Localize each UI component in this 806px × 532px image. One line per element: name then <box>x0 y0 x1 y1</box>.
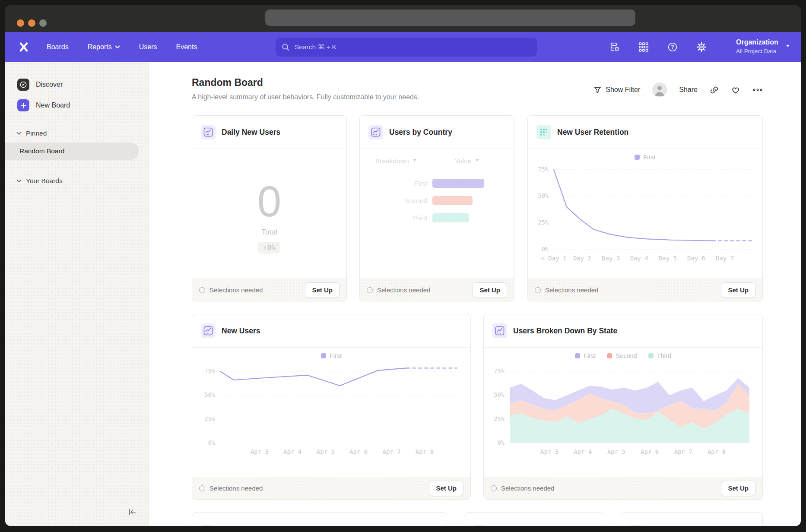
nav-item-reports[interactable]: Reports <box>88 43 120 51</box>
top-navbar: Boards Reports Users Events <box>5 32 801 62</box>
bar-segment[interactable] <box>432 196 473 205</box>
org-project: All Project Data <box>736 47 778 55</box>
card-users-by-state: Users Broken Down By State FirstSecondTh… <box>483 314 763 500</box>
x-axis-tick: Apr 6 <box>641 448 659 455</box>
card-title: Daily New Users <box>222 128 280 137</box>
setup-button[interactable]: Set Up <box>721 282 755 298</box>
favorite-button[interactable] <box>731 86 740 94</box>
setup-button[interactable]: Set Up <box>429 481 463 496</box>
country-bars: FirstSecondThird <box>360 179 514 231</box>
mixpanel-logo-icon[interactable] <box>18 41 29 53</box>
app-window: Boards Reports Users Events <box>5 5 801 526</box>
bar-label: Second <box>360 197 427 205</box>
search-icon <box>282 43 290 51</box>
chart-legend: First <box>192 352 470 359</box>
users-by-state-chart: FirstSecondThird 75%50%25%0%Apr 3Apr 4Ap… <box>484 347 762 477</box>
new-board-label: New Board <box>36 101 70 109</box>
more-options-button[interactable] <box>752 88 763 92</box>
value-dropdown[interactable]: Value <box>455 157 479 165</box>
country-bar-row: Second <box>360 196 514 205</box>
show-filter-label: Show Filter <box>606 86 640 94</box>
x-axis-tick: Apr 3 <box>540 448 558 455</box>
caret-down-icon <box>413 159 416 163</box>
x-axis-tick: Day 7 <box>716 255 734 262</box>
line-chart-icon <box>201 323 216 338</box>
apps-grid-icon[interactable] <box>638 41 649 53</box>
nav-item-events-label: Events <box>176 43 197 51</box>
pinned-label: Pinned <box>26 130 47 137</box>
x-axis-tick: Apr 7 <box>383 448 401 455</box>
url-bar[interactable] <box>265 10 635 26</box>
legend-item[interactable]: First <box>575 352 596 359</box>
setup-button[interactable]: Set Up <box>721 481 755 496</box>
caret-down-icon <box>476 159 479 163</box>
x-axis-tick: Apr 4 <box>574 448 592 455</box>
sidebar-item-new-board[interactable]: New Board <box>17 99 70 111</box>
share-button[interactable]: Share <box>679 86 698 94</box>
nav-item-boards[interactable]: Boards <box>47 43 69 51</box>
status-text: Selections needed <box>501 484 554 492</box>
y-axis-tick: 0% <box>528 246 549 253</box>
nav-item-events[interactable]: Events <box>176 43 197 51</box>
card-footer: Selections needed Set Up <box>192 477 470 499</box>
search-input[interactable] <box>294 43 531 51</box>
avatar[interactable] <box>652 82 667 97</box>
data-management-icon[interactable] <box>609 41 620 53</box>
card-daily-new-users: Daily New Users 0 Total ↑0% Selections n… <box>192 115 347 301</box>
legend-item[interactable]: First <box>321 352 342 359</box>
card-footer: Selections needed Set Up <box>360 279 514 301</box>
y-axis-tick: 50% <box>484 391 505 398</box>
sidebar-section-pinned[interactable]: Pinned <box>16 130 47 137</box>
y-axis-tick: 25% <box>192 415 215 422</box>
card-stacked-line-graph: Stacked Line Graph <box>192 512 447 526</box>
y-axis-tick: 50% <box>192 391 215 398</box>
card-footer: Selections needed Set Up <box>484 477 762 499</box>
card-new-users: New Users First 75%50%25%0%Apr 3Apr 4Apr… <box>192 314 471 500</box>
metric-delta-badge: ↑0% <box>258 242 280 253</box>
sidebar-item-discover[interactable]: Discover <box>17 79 63 91</box>
line-chart-icon <box>201 525 213 526</box>
status-circle-icon <box>199 287 205 293</box>
setup-button[interactable]: Set Up <box>473 282 507 298</box>
card-title: New User Retention <box>557 128 628 137</box>
sidebar: Discover New Board Pinned Random Board <box>5 62 149 526</box>
your-boards-label: Your Boards <box>26 177 63 185</box>
sidebar-section-your-boards[interactable]: Your Boards <box>16 177 63 185</box>
window-close-button[interactable] <box>17 19 24 27</box>
card-title: Users by Country <box>389 128 452 137</box>
card-title: New Users <box>222 326 260 336</box>
sidebar-item-random-board[interactable]: Random Board <box>5 142 139 160</box>
x-axis-tick: Apr 6 <box>349 448 368 455</box>
status-text: Selections needed <box>377 286 430 294</box>
legend-swatch-icon <box>607 353 612 358</box>
breakdown-dropdown[interactable]: Breakdown <box>375 157 416 165</box>
retention-plot <box>554 159 752 250</box>
setup-button[interactable]: Set Up <box>305 282 340 298</box>
x-axis-tick: Apr 7 <box>674 448 692 455</box>
bar-segment[interactable] <box>432 213 469 222</box>
show-filter-button[interactable]: Show Filter <box>593 86 640 94</box>
card-users-by-country: Users by Country Breakdown Value FirstSe… <box>359 115 514 301</box>
chart-legend: FirstSecondThird <box>484 352 762 359</box>
help-icon[interactable]: ? <box>667 41 678 53</box>
org-switcher[interactable]: Organization All Project Data <box>736 38 778 55</box>
legend-item[interactable]: Second <box>607 352 637 359</box>
collapse-sidebar-icon[interactable] <box>127 508 137 516</box>
share-label: Share <box>679 86 698 94</box>
status-text: Selections needed <box>545 286 598 294</box>
nav-item-users[interactable]: Users <box>139 43 157 51</box>
line-chart-icon <box>201 125 216 139</box>
svg-text:?: ? <box>671 44 674 50</box>
legend-swatch-icon <box>321 353 326 358</box>
x-axis-tick: Day 6 <box>687 255 705 262</box>
settings-gear-icon[interactable] <box>696 41 707 53</box>
legend-item[interactable]: Third <box>648 352 671 359</box>
copy-link-button[interactable] <box>710 86 719 95</box>
status-circle-icon <box>535 287 541 293</box>
global-search[interactable] <box>276 38 537 57</box>
card-footer: Selections needed Set Up <box>528 279 762 301</box>
window-minimize-button[interactable] <box>28 19 35 27</box>
bar-segment[interactable] <box>432 179 484 188</box>
card-insights-report: Insights Report <box>464 512 604 526</box>
window-zoom-button[interactable] <box>39 19 47 27</box>
